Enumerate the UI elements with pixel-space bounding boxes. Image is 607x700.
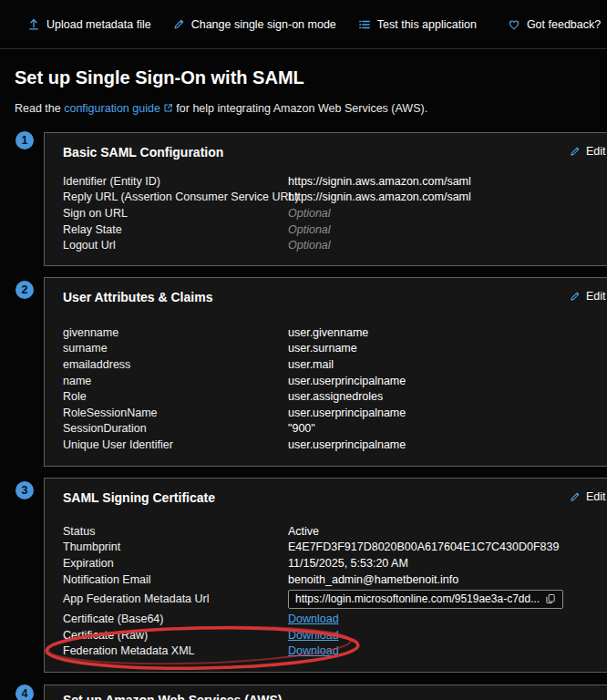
row-label: Expiration xyxy=(63,557,288,570)
intro-suffix: for help integrating Amazon Web Services… xyxy=(173,102,427,115)
upload-icon xyxy=(27,18,40,31)
claim-row: RoleSessionName user.userprincipalname xyxy=(63,405,607,421)
step-badge-2: 2 xyxy=(15,281,34,299)
pencil-icon xyxy=(570,491,581,502)
claim-row: emailaddress user.mail xyxy=(63,356,607,373)
intro-text: Read the configuration guide for help in… xyxy=(15,102,427,115)
card-title: User Attributes & Claims xyxy=(63,290,607,305)
configuration-guide-link[interactable]: configuration guide xyxy=(64,102,173,115)
certificate-row: Certificate (Raw) Download xyxy=(63,627,607,643)
step-badge-3: 3 xyxy=(15,481,34,499)
claim-row: givenname user.givenname xyxy=(63,324,607,341)
pencil-icon xyxy=(570,291,581,302)
card-title: SAML Signing Certificate xyxy=(63,490,607,506)
row-value: "900" xyxy=(288,422,315,435)
row-label: Relay State xyxy=(63,223,288,236)
row-value: https://signin.aws.amazon.com/saml xyxy=(288,190,471,203)
config-row: Relay State Optional xyxy=(63,221,607,238)
row-label: Federation Metadata XML xyxy=(63,644,288,657)
claim-row: name user.userprincipalname xyxy=(63,373,607,389)
upload-metadata-button[interactable]: Upload metadata file xyxy=(27,18,151,31)
row-value: user.userprincipalname xyxy=(288,438,406,451)
feedback-label: Got feedback? xyxy=(527,18,601,31)
certificate-row: Status Active xyxy=(63,523,607,540)
edit-signing-certificate-button[interactable]: Edit xyxy=(570,490,606,503)
config-row: Sign on URL Optional xyxy=(63,205,607,221)
configuration-guide-label: configuration guide xyxy=(64,102,160,115)
test-application-label: Test this application xyxy=(377,18,477,31)
upload-metadata-label: Upload metadata file xyxy=(46,18,151,31)
saml-signing-certificate-card: SAML Signing Certificate Edit Status Act… xyxy=(44,478,607,673)
row-label: Reply URL (Assertion Consumer Service UR… xyxy=(63,190,288,203)
row-value: user.surname xyxy=(288,342,357,355)
test-application-button[interactable]: Test this application xyxy=(358,18,477,31)
copy-icon[interactable] xyxy=(545,593,556,604)
row-label: Sign on URL xyxy=(63,207,288,220)
row-value: Optional xyxy=(288,239,331,252)
row-label: Notification Email xyxy=(63,573,288,586)
row-label: RoleSessionName xyxy=(63,407,288,419)
certificate-row: Notification Email benoith_admin@hametbe… xyxy=(63,571,607,588)
claim-row: Role user.assignedroles xyxy=(63,388,607,405)
row-value: Optional xyxy=(288,207,331,220)
setup-aws-card: Set up Amazon Web Services (AWS) xyxy=(44,685,607,700)
download-certificate-base64-link[interactable]: Download xyxy=(288,612,339,625)
row-label: emailaddress xyxy=(63,358,288,371)
config-row: Identifier (Entity ID) https://signin.aw… xyxy=(63,173,607,190)
app-federation-metadata-url-field[interactable]: https://login.microsoftonline.com/9519ae… xyxy=(288,590,563,609)
download-federation-metadata-xml-link[interactable]: Download xyxy=(288,644,339,657)
user-attributes-claims-card: User Attributes & Claims Edit givenname … xyxy=(44,277,607,467)
row-value: user.userprincipalname xyxy=(288,375,406,387)
edit-label: Edit xyxy=(586,290,606,303)
card-title: Basic SAML Configuration xyxy=(63,145,607,160)
claim-row: SessionDuration "900" xyxy=(63,421,607,438)
certificate-row: App Federation Metadata Url https://logi… xyxy=(63,587,607,611)
edit-user-attributes-button[interactable]: Edit xyxy=(570,290,606,303)
row-label: Unique User Identifier xyxy=(63,438,288,451)
certificate-row: Expiration 11/15/2025, 5:53:20 AM xyxy=(63,555,607,571)
pencil-icon xyxy=(173,18,185,30)
certificate-row: Thumbprint E4E7FD3F917D8020B00A617604E1C… xyxy=(63,540,607,556)
row-label: Certificate (Base64) xyxy=(63,612,288,625)
row-label: surname xyxy=(63,342,288,355)
card-title: Set up Amazon Web Services (AWS) xyxy=(63,693,607,700)
external-link-icon xyxy=(163,103,173,113)
row-value: user.givenname xyxy=(288,326,368,339)
basic-saml-configuration-card: Basic SAML Configuration Edit Identifier… xyxy=(44,132,607,266)
row-label: name xyxy=(63,375,288,387)
pencil-icon xyxy=(570,146,581,157)
row-label: Status xyxy=(63,525,288,538)
row-value: user.userprincipalname xyxy=(288,407,406,419)
command-bar: Upload metadata file Change single sign-… xyxy=(0,0,607,49)
download-certificate-raw-link[interactable]: Download xyxy=(288,629,339,642)
row-value: https://signin.aws.amazon.com/saml xyxy=(288,175,471,188)
certificate-row: Certificate (Base64) Download xyxy=(63,611,607,627)
row-label: App Federation Metadata Url xyxy=(63,592,288,605)
config-row: Reply URL (Assertion Consumer Service UR… xyxy=(63,190,607,206)
row-label: givenname xyxy=(63,326,288,339)
certificate-rows: Status Active Thumbprint E4E7FD3F917D802… xyxy=(63,523,607,659)
claim-row: Unique User Identifier user.userprincipa… xyxy=(63,437,607,453)
page-title: Set up Single Sign-On with SAML xyxy=(15,67,304,88)
edit-basic-saml-button[interactable]: Edit xyxy=(570,145,606,158)
certificate-row: Federation Metadata XML Download xyxy=(63,643,607,660)
change-sso-mode-button[interactable]: Change single sign-on mode xyxy=(173,18,336,31)
config-row: Logout Url Optional xyxy=(63,237,607,253)
config-rows: Identifier (Entity ID) https://signin.aw… xyxy=(63,173,607,253)
row-value: user.assignedroles xyxy=(288,390,383,403)
row-label: Certificate (Raw) xyxy=(63,629,288,642)
intro-prefix: Read the xyxy=(15,102,64,115)
claims-rows: givenname user.givenname surname user.su… xyxy=(63,324,607,453)
row-label: Logout Url xyxy=(63,239,288,252)
row-value: user.mail xyxy=(288,358,334,371)
feedback-button[interactable]: Got feedback? xyxy=(508,18,601,31)
notification-email-value: benoith_admin@hametbenoit.info xyxy=(288,573,458,586)
step-badge-4: 4 xyxy=(15,685,34,700)
row-label: Thumbprint xyxy=(63,540,288,553)
metadata-url-value: https://login.microsoftonline.com/9519ae… xyxy=(295,592,540,605)
row-label: Identifier (Entity ID) xyxy=(63,175,288,188)
edit-label: Edit xyxy=(586,490,606,503)
row-label: SessionDuration xyxy=(63,422,288,435)
claim-row: surname user.surname xyxy=(63,341,607,357)
step-badge-1: 1 xyxy=(15,131,34,149)
